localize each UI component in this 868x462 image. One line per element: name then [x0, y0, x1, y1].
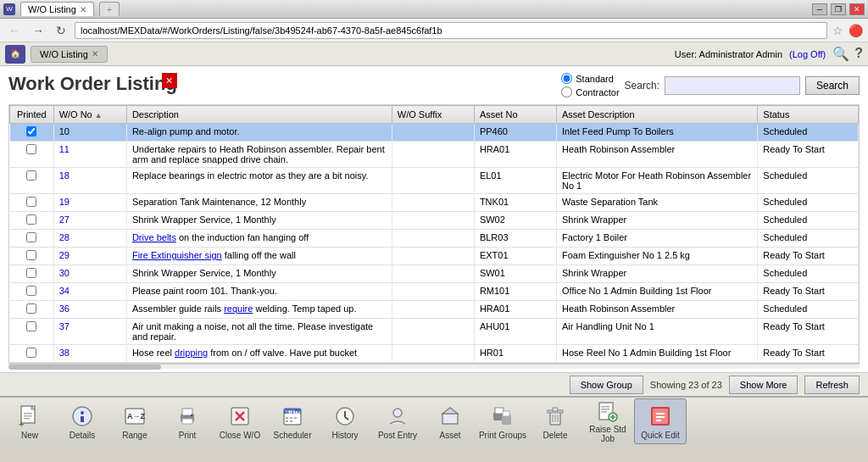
toolbar-item-new[interactable]: +New — [3, 398, 56, 444]
forward-button[interactable]: → — [29, 22, 47, 39]
range-icon: A→Z — [122, 404, 147, 429]
search-label: Search: — [625, 80, 659, 92]
col-header-wo-no[interactable]: W/O No ▲ — [53, 106, 126, 124]
bottom-bar: Show Group Showing 23 of 23 Show More Re… — [0, 372, 868, 396]
content-close-button[interactable]: ✕ — [162, 73, 177, 88]
asset-no-cell: EXT01 — [474, 248, 556, 265]
svg-rect-27 — [290, 420, 292, 422]
table-row[interactable]: 30Shrink Wrapper Service, 1 MonthlySW01S… — [10, 265, 859, 283]
horizontal-scrollbar[interactable] — [8, 364, 860, 369]
table-row[interactable]: 36Assembler guide rails require welding.… — [10, 301, 859, 319]
scheduler-icon: JUN123 — [280, 404, 305, 429]
printed-cell — [10, 319, 54, 345]
printed-checkbox[interactable] — [26, 214, 36, 225]
show-more-button[interactable]: Show More — [729, 376, 798, 394]
col-header-asset-desc[interactable]: Asset Description — [556, 106, 757, 124]
app-help-icon[interactable]: ? — [854, 46, 863, 62]
app-search-icon[interactable]: 🔍 — [832, 46, 849, 62]
printed-checkbox[interactable] — [26, 286, 36, 296]
table-row[interactable]: 38Hose reel dripping from on / off valve… — [10, 345, 859, 363]
toolbar-item-details[interactable]: Details — [56, 398, 108, 444]
refresh-nav-button[interactable]: ↻ — [53, 22, 70, 39]
table-row[interactable]: 28Drive belts on the induction fan hangi… — [10, 230, 859, 248]
toolbar-item-post_entry[interactable]: Post Entry — [371, 398, 424, 444]
address-input[interactable] — [75, 22, 827, 39]
table-row[interactable]: 29Fire Extinguisher sign falling off the… — [10, 248, 859, 265]
window-close-button[interactable]: ✕ — [849, 3, 865, 15]
printed-checkbox[interactable] — [26, 170, 36, 181]
show-group-button[interactable]: Show Group — [570, 376, 643, 394]
restore-button[interactable]: ❐ — [831, 3, 846, 15]
col-header-status[interactable]: Status — [758, 106, 859, 124]
printed-checkbox[interactable] — [26, 197, 36, 207]
toolbar-item-print_groups[interactable]: Print Groups — [476, 398, 529, 444]
col-header-printed[interactable]: Printed — [10, 106, 54, 124]
asset-no-cell: EL01 — [474, 168, 556, 194]
toolbar-item-scheduler[interactable]: JUN123Scheduler — [266, 398, 319, 444]
new-tab-btn[interactable]: + — [99, 2, 120, 16]
table-row[interactable]: 10Re-align pump and motor.PP460Inlet Fee… — [10, 124, 859, 142]
logout-link[interactable]: (Log Off) — [789, 49, 826, 59]
svg-rect-8 — [81, 416, 84, 422]
svg-text:+: + — [19, 419, 24, 427]
svg-rect-23 — [286, 417, 288, 419]
col-header-asset-no[interactable]: Asset No — [474, 106, 556, 124]
bookmark-icon[interactable]: ☆ — [832, 24, 843, 37]
refresh-button[interactable]: Refresh — [804, 376, 860, 394]
back-button[interactable]: ← — [5, 22, 24, 39]
browser-tab[interactable]: W/O Listing ✕ — [20, 2, 94, 16]
app-tab-wo-listing[interactable]: W/O Listing ✕ — [31, 46, 108, 63]
printed-checkbox[interactable] — [26, 348, 36, 358]
address-bar: ← → ↻ ☆ 🔴 — [0, 19, 868, 42]
printed-checkbox[interactable] — [26, 232, 36, 242]
svg-rect-3 — [24, 415, 32, 417]
table-row[interactable]: 11Undertake repairs to Heath Robinson as… — [10, 142, 859, 168]
description-cell: Re-align pump and motor. — [126, 124, 392, 142]
minimize-button[interactable]: ─ — [812, 3, 827, 15]
contractor-radio-input[interactable] — [561, 86, 572, 97]
search-button[interactable]: Search — [805, 76, 860, 95]
table-row[interactable]: 34Please paint room 101. Thank-you.RM101… — [10, 283, 859, 301]
raise_std_job-icon — [595, 399, 620, 423]
svg-rect-47 — [601, 411, 607, 413]
status-cell: Scheduled — [758, 265, 859, 283]
table-row[interactable]: 19Separation Tank Maintenance, 12 Monthl… — [10, 194, 859, 212]
standard-radio-input[interactable] — [561, 73, 572, 84]
scroll-thumb[interactable] — [8, 365, 161, 370]
contractor-radio[interactable]: Contractor — [561, 86, 619, 97]
table-row[interactable]: 27Shrink Wrapper Service, 1 MonthlySW02S… — [10, 212, 859, 230]
radio-group: Standard Contractor — [561, 73, 619, 97]
toolbar-item-quick_edit[interactable]: Quick Edit — [634, 398, 687, 444]
printed-checkbox[interactable] — [26, 303, 36, 314]
browser-tab-close[interactable]: ✕ — [80, 5, 86, 14]
table-row[interactable]: 37Air unit making a noise, not all the t… — [10, 319, 859, 345]
wo-suffix-cell — [392, 194, 474, 212]
toolbar-item-print[interactable]: Print — [161, 398, 214, 444]
search-input[interactable] — [665, 76, 800, 95]
toolbar-item-close_wo[interactable]: Close W/O — [214, 398, 266, 444]
wo-no-cell: 19 — [53, 194, 126, 212]
table-row[interactable]: 18Replace bearings in electric motor as … — [10, 168, 859, 194]
toolbar-label-details: Details — [70, 431, 96, 440]
printed-checkbox[interactable] — [26, 321, 36, 331]
printed-checkbox[interactable] — [26, 144, 36, 154]
standard-radio[interactable]: Standard — [561, 73, 619, 84]
asset-no-cell: SW02 — [474, 212, 556, 230]
toolbar-item-history[interactable]: History — [319, 398, 371, 444]
printed-checkbox[interactable] — [26, 268, 36, 278]
toolbar-item-raise_std_job[interactable]: Raise Std Job — [581, 398, 634, 444]
page-title-area: Work Order Listing ✕ Standard Contractor… — [8, 73, 860, 97]
app-tab-close[interactable]: ✕ — [92, 49, 98, 58]
toolbar-item-asset[interactable]: Asset — [424, 398, 476, 444]
home-icon[interactable]: 🏠 — [5, 45, 25, 64]
mex-icon: 🔴 — [849, 24, 863, 37]
toolbar-item-delete[interactable]: Delete — [529, 398, 581, 444]
wo-no-cell: 30 — [53, 265, 126, 283]
col-header-suffix[interactable]: W/O Suffix — [392, 106, 474, 124]
app-tab-label: W/O Listing — [40, 49, 88, 59]
toolbar-item-range[interactable]: A→ZRange — [108, 398, 161, 444]
printed-checkbox[interactable] — [26, 126, 36, 136]
col-header-description[interactable]: Description — [126, 106, 392, 124]
printed-checkbox[interactable] — [26, 250, 36, 260]
asset-description-cell: Foam Extinguisher No 1 2.5 kg — [556, 248, 757, 265]
